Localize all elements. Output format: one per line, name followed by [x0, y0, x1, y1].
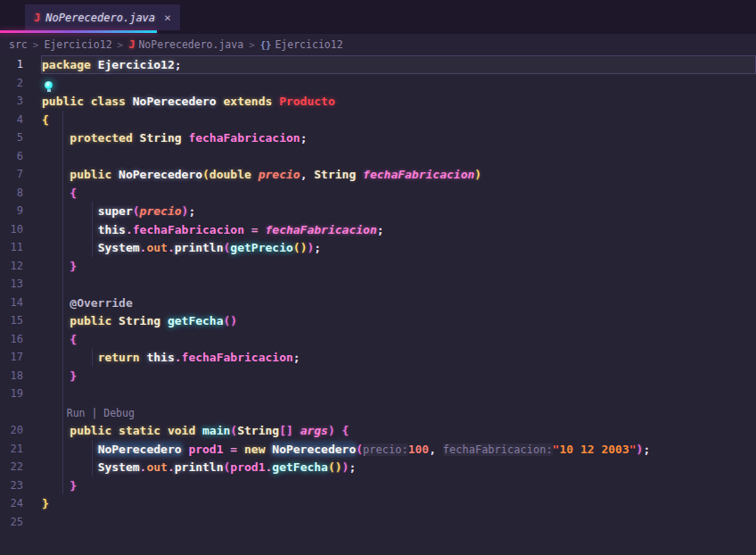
- code-token: }: [70, 260, 77, 273]
- code-line[interactable]: 7 public NoPerecedero(double precio, Str…: [0, 165, 756, 184]
- code-token: |: [85, 407, 103, 419]
- code-editor[interactable]: 1package Ejercicio12;23public class NoPe…: [0, 55, 756, 555]
- code-line[interactable]: 21 NoPerecedero prod1 = new NoPerecedero…: [0, 440, 756, 459]
- line-number: 17: [0, 348, 41, 367]
- code-line[interactable]: 4{: [0, 111, 756, 129]
- code-line[interactable]: 2: [0, 74, 756, 93]
- code-token: package: [42, 58, 91, 71]
- code-line[interactable]: 8 {: [0, 184, 756, 203]
- code-line[interactable]: 1package Ejercicio12;: [0, 55, 756, 74]
- code-token: fechaFabricacion: [133, 223, 244, 236]
- code-token: ;: [643, 443, 650, 456]
- code-line[interactable]: 11 System.out.println(getPrecio());: [0, 238, 756, 257]
- line-content: {: [41, 184, 756, 203]
- breadcrumb-item-src[interactable]: src: [9, 38, 28, 51]
- chevron-right-icon: >: [249, 39, 255, 51]
- code-line[interactable]: 24}: [0, 494, 756, 513]
- code-token: [244, 223, 251, 236]
- code-token: ;: [377, 223, 384, 236]
- line-content: }: [41, 257, 756, 276]
- code-token: {: [70, 333, 77, 346]
- code-token: [133, 131, 140, 145]
- code-token: [42, 443, 98, 456]
- code-token: [160, 314, 168, 327]
- line-content: }: [41, 494, 756, 513]
- lightbulb-icon[interactable]: [45, 81, 53, 89]
- code-token: fechaFabricacion: [265, 223, 376, 236]
- code-token: System: [98, 460, 140, 474]
- code-token: println: [175, 460, 224, 474]
- code-token: [111, 314, 119, 327]
- code-token: main: [202, 424, 230, 437]
- line-content: [41, 74, 756, 93]
- code-token: public: [70, 314, 111, 327]
- code-token: fechaFabricacion: [182, 351, 293, 364]
- line-number: 3: [0, 92, 41, 111]
- code-token: [195, 424, 202, 437]
- line-number: 10: [0, 220, 41, 239]
- code-token: [42, 424, 70, 437]
- code-token: ;: [349, 460, 356, 474]
- code-line[interactable]: 18 }: [0, 367, 756, 385]
- code-token: public: [42, 95, 84, 108]
- code-token: static: [119, 424, 160, 437]
- line-number: 5: [0, 128, 41, 147]
- code-token: getPrecio: [230, 241, 292, 254]
- code-line[interactable]: 12 }: [0, 257, 756, 276]
- line-content: public static void main(String[] args) {: [41, 421, 756, 440]
- line-number: 7: [0, 165, 41, 184]
- code-line[interactable]: 16 {: [0, 330, 756, 349]
- code-line[interactable]: 14 @Override: [0, 294, 756, 312]
- tab-bar: J NoPerecedero.java ×: [0, 0, 756, 34]
- code-token: precio: [140, 204, 182, 218]
- code-line[interactable]: 10 this.fechaFabricacion = fechaFabricac…: [0, 220, 756, 239]
- code-token: [42, 204, 98, 218]
- code-token: NoPerecedero: [98, 443, 182, 456]
- line-number: 13: [0, 275, 41, 294]
- breadcrumb-item-file[interactable]: J NoPerecedero.java: [128, 38, 243, 51]
- code-line[interactable]: 9 super(precio);: [0, 202, 756, 220]
- code-token: ): [328, 424, 335, 437]
- code-line[interactable]: 25: [0, 513, 756, 532]
- line-number: 8: [0, 184, 41, 203]
- breadcrumb-item-symbol-ejercicio12[interactable]: {} Ejercicio12: [260, 38, 343, 51]
- code-token: [42, 223, 98, 236]
- code-token: }: [70, 479, 77, 493]
- line-number: 15: [0, 311, 41, 330]
- code-token: class: [91, 95, 126, 108]
- code-token: [42, 168, 70, 181]
- code-line[interactable]: 23 }: [0, 476, 756, 495]
- line-number: 9: [0, 202, 41, 220]
- code-line[interactable]: 3public class NoPerecedero extends Produ…: [0, 92, 756, 111]
- close-icon[interactable]: ×: [164, 11, 171, 24]
- code-line[interactable]: 20 public static void main(String[] args…: [0, 421, 756, 440]
- codelens-debug[interactable]: Debug: [103, 407, 135, 419]
- breadcrumb-item-ejercicio12[interactable]: Ejercicio12: [44, 38, 111, 51]
- code-line[interactable]: 22 System.out.println(prod1.getFecha());: [0, 458, 756, 476]
- code-line[interactable]: 19: [0, 385, 756, 403]
- code-token: ": [629, 443, 637, 456]
- codelens-row[interactable]: Run | Debug: [0, 403, 756, 422]
- code-token: [42, 333, 70, 346]
- line-number: 16: [0, 330, 41, 349]
- line-number: 1: [0, 55, 41, 74]
- code-line[interactable]: 6: [0, 147, 756, 166]
- code-line[interactable]: 17 return this.fechaFabricacion;: [0, 348, 756, 367]
- code-token: [217, 95, 224, 108]
- codelens-run[interactable]: Run: [67, 407, 86, 419]
- code-line[interactable]: 13: [0, 275, 756, 294]
- code-token: protected: [70, 131, 132, 145]
- code-token: prod1: [188, 443, 223, 456]
- code-token: .: [175, 351, 182, 364]
- code-token: [111, 424, 119, 437]
- code-token: .: [168, 460, 175, 474]
- code-token: [42, 260, 70, 273]
- code-line[interactable]: 15 public String getFecha(): [0, 311, 756, 330]
- code-token: {: [70, 186, 77, 200]
- code-line[interactable]: 5 protected String fechaFabricacion;: [0, 128, 756, 147]
- tab-noperecedero-java[interactable]: J NoPerecedero.java ×: [25, 4, 180, 30]
- code-token: [42, 241, 98, 254]
- code-token: NoPerecedero: [133, 95, 217, 108]
- code-token: String: [140, 131, 182, 145]
- code-token: (: [133, 204, 140, 218]
